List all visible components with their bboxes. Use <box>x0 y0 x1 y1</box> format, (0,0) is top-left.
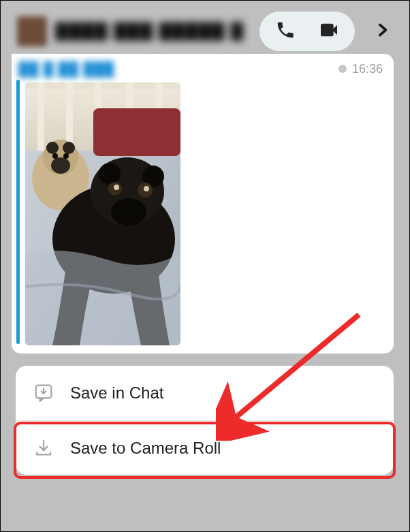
save-to-camera-roll-option[interactable]: Save to Camera Roll <box>16 420 394 475</box>
chat-download-icon <box>32 381 55 405</box>
message-accent-bar <box>16 80 20 344</box>
chevron-right-icon <box>373 21 391 42</box>
chat-title[interactable]: ████ ███ █████ █ <box>55 22 251 41</box>
svg-point-13 <box>51 157 70 174</box>
svg-point-11 <box>46 142 59 154</box>
svg-rect-8 <box>93 108 180 156</box>
message-timestamp: 16:36 <box>352 62 383 76</box>
chat-header: ████ ███ █████ █ <box>12 7 398 55</box>
video-icon <box>318 19 340 44</box>
call-buttons-group <box>259 12 355 51</box>
svg-point-18 <box>99 163 121 185</box>
chat-settings-button[interactable] <box>366 12 398 51</box>
status-dot-icon <box>338 65 347 73</box>
svg-rect-3 <box>37 82 44 151</box>
svg-point-24 <box>111 198 146 225</box>
save-in-chat-option[interactable]: Save in Chat <box>16 366 394 420</box>
voice-call-button[interactable] <box>264 12 307 51</box>
message-meta-row: ██ █ ██ ███ 16:36 <box>18 61 383 77</box>
download-icon <box>32 437 55 460</box>
svg-point-15 <box>63 153 69 159</box>
save-in-chat-label: Save in Chat <box>70 384 163 403</box>
svg-point-12 <box>63 142 75 154</box>
svg-point-22 <box>114 185 119 190</box>
message-photo[interactable] <box>25 82 180 345</box>
avatar[interactable] <box>17 16 47 46</box>
message-status: 16:36 <box>338 62 383 76</box>
phone-icon <box>275 20 296 43</box>
svg-rect-4 <box>66 82 73 151</box>
svg-point-23 <box>144 186 149 191</box>
svg-point-14 <box>52 153 58 159</box>
save-to-camera-roll-label: Save to Camera Roll <box>70 439 221 458</box>
sender-name: ██ █ ██ ███ <box>18 61 114 77</box>
message-card: ██ █ ██ ███ 16:36 <box>12 54 394 354</box>
video-call-button[interactable] <box>307 12 351 51</box>
context-menu: Save in Chat Save to Camera Roll <box>16 366 394 475</box>
